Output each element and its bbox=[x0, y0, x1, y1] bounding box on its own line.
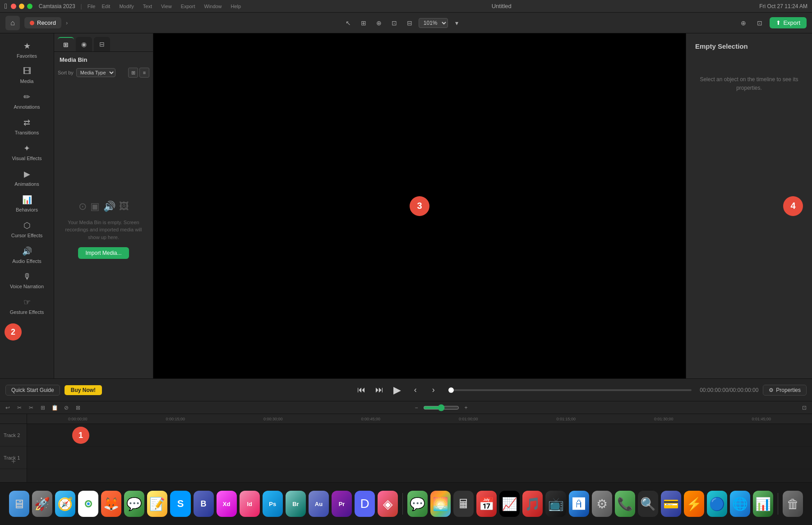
tab-library[interactable]: ◉ bbox=[76, 37, 92, 51]
tab-media-bin[interactable]: ⊞ bbox=[58, 37, 74, 51]
export-button[interactable]: ⬆ Export bbox=[770, 17, 807, 28]
select-tool-button[interactable]: ↖ bbox=[342, 17, 355, 29]
maximize-button[interactable] bbox=[27, 4, 32, 9]
properties-button[interactable]: ⚙ Properties bbox=[763, 385, 807, 396]
zoom-dropdown-button[interactable]: ▾ bbox=[451, 17, 463, 29]
sidebar-item-transitions[interactable]: ⇄ Transitions bbox=[3, 114, 51, 139]
play-pause-button[interactable]: ▶ bbox=[391, 383, 404, 397]
playhead[interactable] bbox=[448, 387, 454, 393]
dock-music[interactable]: 🎵 bbox=[522, 491, 543, 517]
delete-button[interactable]: ⊘ bbox=[61, 403, 71, 413]
sidebar-item-media[interactable]: 🎞 Media bbox=[3, 63, 51, 88]
dock-xd[interactable]: Xd bbox=[217, 491, 237, 517]
import-media-button[interactable]: Import Media... bbox=[78, 247, 129, 259]
track-2-row[interactable]: 1 bbox=[27, 424, 812, 447]
main-content: ★ Favorites 🎞 Media ✏ Annotations ⇄ Tran… bbox=[0, 33, 812, 482]
sidebar-item-behaviors[interactable]: 📊 Behaviors bbox=[3, 191, 51, 216]
sidebar-item-gesture-effects[interactable]: ☞ Gesture Effects bbox=[3, 294, 51, 318]
track-1-row[interactable] bbox=[27, 447, 812, 469]
dock-setapp[interactable]: ◈ bbox=[378, 491, 398, 517]
split-button[interactable]: ⊠ bbox=[73, 403, 83, 413]
zoom-out-button[interactable]: − bbox=[411, 403, 421, 413]
rewind-button[interactable]: ⏮ bbox=[355, 383, 368, 397]
dock-messages[interactable]: 💬 bbox=[124, 491, 144, 517]
dock-calculator[interactable]: 🖩 bbox=[453, 491, 474, 517]
quick-start-button[interactable]: Quick Start Guide bbox=[5, 385, 60, 396]
timeline-scrubber[interactable] bbox=[448, 389, 692, 391]
list-view-button[interactable]: ≡ bbox=[139, 68, 149, 78]
paste-button[interactable]: 📋 bbox=[50, 403, 60, 413]
screen-share-button[interactable]: ⊡ bbox=[753, 17, 766, 29]
sidebar-item-annotations[interactable]: ✏ Annotations bbox=[3, 88, 51, 113]
dock-au[interactable]: Au bbox=[309, 491, 329, 517]
dock-notes[interactable]: 📝 bbox=[147, 491, 167, 517]
layout-button[interactable]: ⊟ bbox=[403, 17, 416, 29]
add-track-button[interactable]: + bbox=[11, 457, 16, 466]
dock-tv[interactable]: 📺 bbox=[545, 491, 566, 517]
cut-button[interactable]: ✂ bbox=[26, 403, 36, 413]
dock-id[interactable]: Id bbox=[240, 491, 260, 517]
dock-settings[interactable]: ⚙ bbox=[592, 491, 612, 517]
close-button[interactable] bbox=[11, 4, 16, 9]
grid-view-button[interactable]: ⊞ bbox=[128, 68, 138, 78]
sidebar-item-visual-effects[interactable]: ✦ Visual Effects bbox=[3, 140, 51, 165]
dock-safari[interactable]: 🧭 bbox=[55, 491, 75, 517]
expand-timeline-button[interactable]: ⊡ bbox=[799, 403, 809, 413]
dock-chrome[interactable] bbox=[78, 491, 98, 517]
gesture-effects-icon: ☞ bbox=[23, 297, 31, 307]
gear-icon: ⚙ bbox=[769, 387, 774, 393]
dock-volt[interactable]: ⚡ bbox=[684, 491, 704, 517]
cursor-effects-icon: ⬡ bbox=[23, 221, 31, 230]
dock-photos[interactable]: 🌅 bbox=[430, 491, 451, 517]
dock-stocks[interactable]: 📈 bbox=[499, 491, 520, 517]
panel-sort: Sort by Media Type ⊞ ≡ bbox=[54, 66, 153, 81]
home-button[interactable]: ⌂ bbox=[5, 16, 20, 30]
prev-frame-button[interactable]: ‹ bbox=[409, 383, 422, 397]
panel-empty-text: Your Media Bin is empty. Screen recordin… bbox=[63, 219, 144, 241]
dock-calendar[interactable]: 📅 bbox=[476, 491, 497, 517]
tab-templates[interactable]: ⊟ bbox=[94, 37, 110, 51]
buy-now-button[interactable]: Buy Now! bbox=[65, 385, 102, 395]
copy-button[interactable]: ⊞ bbox=[38, 403, 48, 413]
sort-select[interactable]: Media Type bbox=[76, 68, 115, 77]
dock-bb[interactable]: B bbox=[194, 491, 214, 517]
sidebar-item-cursor-effects[interactable]: ⬡ Cursor Effects bbox=[3, 217, 51, 242]
dock-trash[interactable]: 🗑 bbox=[783, 491, 803, 517]
minimize-button[interactable] bbox=[19, 4, 24, 9]
sidebar-item-animations[interactable]: ▶ Animations bbox=[3, 166, 51, 190]
zoom-in-button[interactable]: + bbox=[461, 403, 471, 413]
dock-ps[interactable]: Ps bbox=[263, 491, 283, 517]
next-frame-button[interactable]: › bbox=[427, 383, 440, 397]
sort-label: Sort by bbox=[58, 70, 74, 75]
redo-button[interactable]: ✂ bbox=[14, 403, 24, 413]
badge-4: 4 bbox=[783, 196, 803, 216]
step-back-button[interactable]: ⏭ bbox=[373, 383, 386, 397]
undo-button[interactable]: ↩ bbox=[3, 403, 13, 413]
dock-focals[interactable]: 🔵 bbox=[707, 491, 727, 517]
dock-phone[interactable]: 📞 bbox=[615, 491, 635, 517]
dock-skype[interactable]: S bbox=[170, 491, 190, 517]
dock-imessage[interactable]: 💬 bbox=[407, 491, 428, 517]
dock-internet[interactable]: 🌐 bbox=[730, 491, 750, 517]
dock-numbers[interactable]: 📊 bbox=[753, 491, 773, 517]
dock-pr[interactable]: Pr bbox=[332, 491, 352, 517]
dock-spotlight[interactable]: 🔍 bbox=[638, 491, 658, 517]
connect-button[interactable]: ⊕ bbox=[373, 17, 385, 29]
add-button[interactable]: ⊕ bbox=[737, 17, 750, 29]
dock-wallet[interactable]: 💳 bbox=[661, 491, 681, 517]
crop-button[interactable]: ⊡ bbox=[388, 17, 401, 29]
sidebar-item-voice-narration[interactable]: 🎙 Voice Narration bbox=[3, 268, 51, 293]
dock-finder[interactable]: 🖥 bbox=[9, 491, 29, 517]
dock-br[interactable]: Br bbox=[286, 491, 306, 517]
zoom-slider[interactable] bbox=[423, 404, 459, 411]
dock-firefox[interactable]: 🦊 bbox=[101, 491, 121, 517]
sidebar-item-audio-effects[interactable]: 🔊 Audio Effects bbox=[3, 243, 51, 267]
zoom-select[interactable]: 101% bbox=[419, 18, 448, 28]
snap-button[interactable]: ⊞ bbox=[357, 17, 370, 29]
title-bar:  Camtasia 2023 | File Edit Modify Text … bbox=[0, 0, 812, 13]
sidebar-item-favorites[interactable]: ★ Favorites bbox=[3, 37, 51, 62]
record-button[interactable]: Record bbox=[24, 17, 61, 28]
dock-discord[interactable]: D bbox=[355, 491, 375, 517]
dock-appstore[interactable]: 🅰 bbox=[569, 491, 589, 517]
dock-launchpad[interactable]: 🚀 bbox=[32, 491, 52, 517]
